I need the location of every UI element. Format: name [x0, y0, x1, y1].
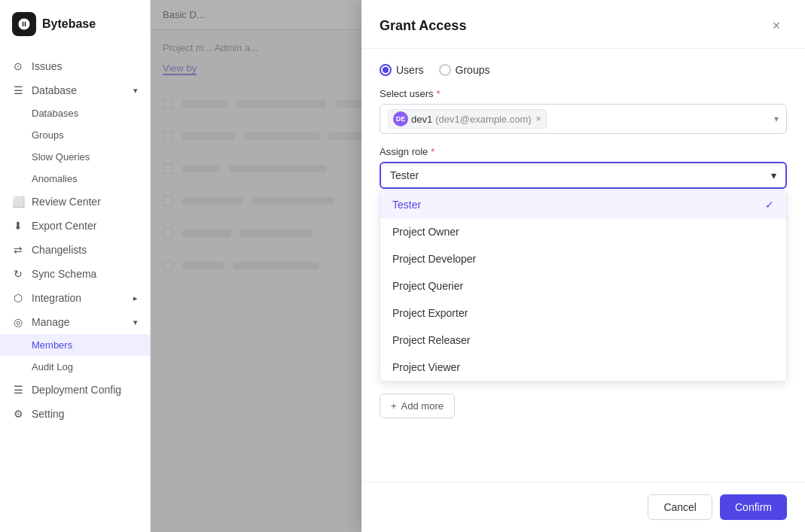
sidebar-item-anomalies[interactable]: Anomalies — [0, 168, 150, 190]
sidebar-item-setting-label: Setting — [32, 408, 65, 420]
role-option-project-querier-label: Project Querier — [392, 280, 463, 292]
radio-users-label: Users — [396, 64, 424, 76]
radio-users-option[interactable]: Users — [380, 64, 424, 76]
sidebar-item-audit-log[interactable]: Audit Log — [0, 356, 150, 378]
sidebar-item-export-center[interactable]: ⬇ Export Center — [0, 214, 150, 238]
assign-role-label: Assign role * — [380, 146, 787, 157]
sidebar-item-slow-queries-label: Slow Queries — [32, 151, 90, 163]
main-content: Basic D... Project m... Admin a... View … — [151, 0, 805, 532]
sidebar-item-integration-label: Integration — [32, 292, 81, 304]
role-option-project-owner[interactable]: Project Owner — [380, 218, 786, 245]
sidebar-item-integration[interactable]: ⬡ Integration ▸ — [0, 286, 150, 310]
sidebar: Bytebase ⊙ Issues ☰ Database ▾ Databases… — [0, 0, 151, 532]
role-select-value: Tester — [390, 169, 419, 181]
sidebar-item-deployment-config[interactable]: ☰ Deployment Config — [0, 378, 150, 402]
manage-chevron-icon: ▾ — [133, 318, 138, 327]
sidebar-item-groups-label: Groups — [32, 129, 64, 141]
selected-user-tag: DE dev1 (dev1@example.com) × — [388, 109, 547, 129]
role-option-tester-label: Tester — [392, 199, 421, 211]
role-option-project-releaser[interactable]: Project Releaser — [380, 327, 786, 354]
role-option-project-querier[interactable]: Project Querier — [380, 272, 786, 299]
sidebar-navigation: ⊙ Issues ☰ Database ▾ Databases Groups S… — [0, 48, 150, 532]
sidebar-item-sync-schema-label: Sync Schema — [32, 268, 96, 280]
database-chevron-icon: ▾ — [133, 86, 138, 96]
issues-icon: ⊙ — [12, 60, 24, 72]
app-logo: Bytebase — [0, 0, 150, 48]
sidebar-item-issues[interactable]: ⊙ Issues — [0, 54, 150, 78]
required-star-role: * — [431, 146, 435, 157]
sync-schema-icon: ↻ — [12, 268, 24, 280]
export-center-icon: ⬇ — [12, 220, 24, 232]
sidebar-item-setting[interactable]: ⚙ Setting — [0, 402, 150, 426]
sidebar-item-audit-log-label: Audit Log — [32, 361, 73, 372]
sidebar-item-changelists-label: Changelists — [32, 244, 87, 256]
app-name: Bytebase — [42, 17, 96, 31]
changelists-icon: ⇄ — [12, 244, 24, 256]
sidebar-item-review-center-label: Review Center — [32, 196, 101, 208]
add-more-label: Add more — [401, 400, 444, 412]
modal-body: Users Groups Select users * DE dev1 (dev… — [361, 49, 805, 482]
sidebar-item-changelists[interactable]: ⇄ Changelists — [0, 238, 150, 262]
role-option-tester[interactable]: Tester ✓ — [380, 191, 786, 218]
sidebar-item-sync-schema[interactable]: ↻ Sync Schema — [0, 262, 150, 286]
sidebar-item-deployment-config-label: Deployment Config — [32, 384, 121, 396]
role-option-project-viewer-label: Project Viewer — [392, 361, 460, 373]
sidebar-item-anomalies-label: Anomalies — [32, 173, 78, 184]
sidebar-item-review-center[interactable]: ⬜ Review Center — [0, 190, 150, 214]
user-tag-name: dev1 — [411, 114, 432, 125]
radio-groups-label: Groups — [456, 64, 490, 76]
add-more-icon: + — [391, 400, 397, 412]
required-star: * — [437, 88, 441, 99]
select-users-input[interactable]: DE dev1 (dev1@example.com) × ▾ — [380, 104, 787, 134]
sidebar-item-members-label: Members — [32, 339, 72, 351]
sidebar-item-groups[interactable]: Groups — [0, 124, 150, 146]
confirm-button[interactable]: Confirm — [720, 494, 787, 520]
radio-groups-option[interactable]: Groups — [439, 64, 490, 76]
modal-title: Grant Access — [380, 18, 466, 34]
user-tag-email: (dev1@example.com) — [435, 114, 531, 125]
sidebar-item-slow-queries[interactable]: Slow Queries — [0, 146, 150, 168]
sidebar-item-database-label: Database — [32, 84, 77, 96]
sidebar-item-issues-label: Issues — [32, 60, 62, 72]
role-option-project-developer-label: Project Developer — [392, 253, 476, 265]
sidebar-item-manage-label: Manage — [32, 316, 70, 328]
user-type-radio-group: Users Groups — [380, 64, 787, 76]
checkmark-icon: ✓ — [765, 199, 774, 211]
modal-header: Grant Access × — [361, 0, 805, 49]
select-users-chevron-icon: ▾ — [774, 114, 779, 124]
grant-access-modal: Grant Access × Users Groups Select users… — [361, 0, 805, 532]
modal-close-button[interactable]: × — [766, 15, 787, 36]
radio-groups-circle — [439, 64, 451, 76]
sidebar-item-databases[interactable]: Databases — [0, 102, 150, 124]
role-option-project-owner-label: Project Owner — [392, 226, 459, 238]
sidebar-item-export-center-label: Export Center — [32, 220, 96, 232]
sidebar-item-database[interactable]: ☰ Database ▾ — [0, 78, 150, 102]
logo-icon — [12, 12, 36, 36]
user-avatar: DE — [393, 111, 408, 126]
deployment-config-icon: ☰ — [12, 384, 24, 396]
database-icon: ☰ — [12, 84, 24, 96]
role-select-dropdown[interactable]: Tester ▾ — [380, 162, 787, 189]
sidebar-item-manage[interactable]: ◎ Manage ▾ — [0, 310, 150, 334]
manage-icon: ◎ — [12, 316, 24, 328]
cancel-button[interactable]: Cancel — [648, 494, 712, 520]
radio-users-circle — [380, 64, 392, 76]
role-select-chevron-icon: ▾ — [771, 169, 776, 181]
role-option-project-exporter[interactable]: Project Exporter — [380, 299, 786, 327]
role-option-project-developer[interactable]: Project Developer — [380, 245, 786, 272]
user-tag-remove[interactable]: × — [536, 114, 541, 124]
role-option-project-viewer[interactable]: Project Viewer — [380, 354, 786, 381]
role-option-project-exporter-label: Project Exporter — [392, 307, 468, 319]
setting-icon: ⚙ — [12, 408, 24, 420]
review-center-icon: ⬜ — [12, 196, 24, 208]
role-dropdown-menu: Tester ✓ Project Owner Project Developer… — [380, 190, 787, 382]
role-option-project-releaser-label: Project Releaser — [392, 334, 471, 346]
add-more-button[interactable]: + Add more — [380, 394, 455, 418]
select-users-label: Select users * — [380, 88, 787, 99]
modal-footer: Cancel Confirm — [361, 482, 805, 532]
integration-icon: ⬡ — [12, 292, 24, 304]
sidebar-item-members[interactable]: Members — [0, 334, 150, 356]
sidebar-item-databases-label: Databases — [32, 108, 78, 119]
integration-chevron-icon: ▸ — [133, 293, 138, 303]
